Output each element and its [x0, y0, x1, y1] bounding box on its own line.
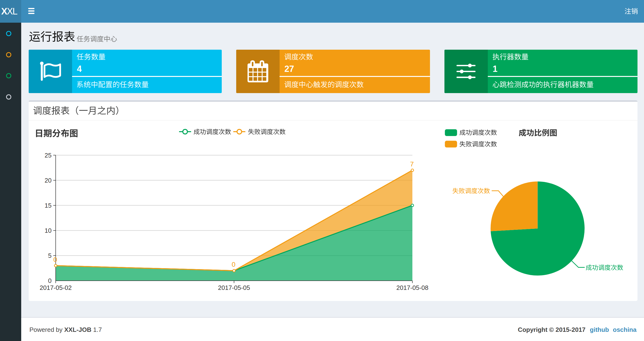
svg-text:0: 0	[53, 256, 57, 263]
svg-text:2017-05-08: 2017-05-08	[396, 284, 428, 291]
svg-text:10: 10	[44, 227, 52, 234]
svg-text:0: 0	[232, 261, 236, 268]
svg-text:20: 20	[44, 177, 52, 184]
svg-text:15: 15	[44, 202, 52, 209]
svg-text:2017-05-02: 2017-05-02	[40, 284, 72, 291]
svg-text:5: 5	[48, 252, 52, 259]
svg-text:25: 25	[44, 152, 52, 159]
svg-text:7: 7	[410, 160, 414, 168]
svg-text:0: 0	[48, 277, 52, 284]
svg-text:2017-05-05: 2017-05-05	[218, 284, 250, 291]
